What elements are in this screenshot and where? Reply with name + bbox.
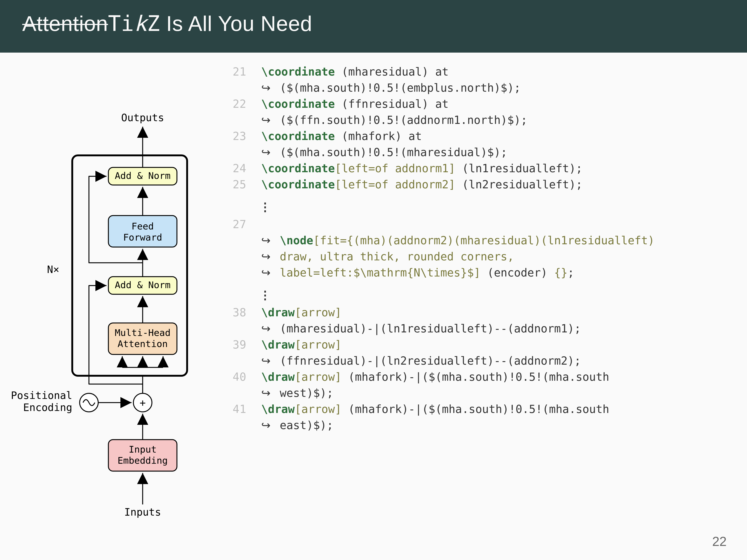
code-line-41c: ↪ east)$); <box>222 417 736 433</box>
ffn-label-line1: Feed <box>132 221 154 232</box>
slide: AttentionTikZ Is All You Need N× Add & N… <box>0 0 747 560</box>
slide-title: AttentionTikZ Is All You Need <box>22 11 725 36</box>
title-strike: Attention <box>22 12 108 35</box>
tikz-logo-post: Z <box>147 11 160 36</box>
code-line-24: 24\coordinate[left=of addnorm1] (ln1resi… <box>222 160 736 177</box>
code-line-40: 40\draw[arrow] (mhafork)-|($(mha.south)!… <box>222 369 736 385</box>
addnorm2-label: Add & Norm <box>115 170 171 181</box>
architecture-diagram: N× Add & Norm Feed Forward Add & Norm Mu… <box>11 64 215 530</box>
code-line-25: 25\coordinate[left=of addnorm2] (ln2resi… <box>222 177 736 193</box>
code-line-21: 21\coordinate (mharesidual) at <box>222 64 736 80</box>
tikz-logo-pre: Ti <box>108 11 134 36</box>
page-number: 22 <box>712 534 727 549</box>
code-line-22c: ↪ ($(ffn.south)!0.5!(addnorm1.north)$); <box>222 112 736 128</box>
ellipsis-icon: ... <box>222 286 736 298</box>
code-line-41: 41\draw[arrow] (mhafork)-|($(mha.south)!… <box>222 401 736 417</box>
code-line-40c: ↪ west)$); <box>222 385 736 401</box>
tikz-logo-k: k <box>134 11 147 36</box>
code-line-38c: ↪ (mharesidual)-|(ln1residualleft)--(add… <box>222 321 736 337</box>
addnorm1-label: Add & Norm <box>115 279 171 290</box>
code-line-39c: ↪ (ffnresidual)-|(ln2residualleft)--(add… <box>222 353 736 369</box>
outputs-label: Outputs <box>121 112 164 124</box>
code-line-22: 22\coordinate (ffnresidual) at <box>222 96 736 112</box>
posenc-label-line2: Encoding <box>23 401 72 413</box>
posenc-label-line1: Positional <box>11 390 72 401</box>
code-line-39: 39\draw[arrow] <box>222 337 736 353</box>
code-line-23: 23\coordinate (mhafork) at <box>222 128 736 144</box>
plus-label: + <box>139 397 146 409</box>
inputemb-label-line1: Input <box>129 444 157 455</box>
mha-label-line1: Multi-Head <box>115 327 171 338</box>
nx-label: N× <box>47 264 59 275</box>
title-bar: AttentionTikZ Is All You Need <box>0 0 747 53</box>
title-rest: Is All You Need <box>160 12 312 35</box>
code-line-23c: ↪ ($(mha.south)!0.5!(mharesidual)$); <box>222 144 736 160</box>
inputemb-label-line2: Embedding <box>118 455 168 466</box>
code-line-38: 38\draw[arrow] <box>222 304 736 321</box>
code-line-21c: ↪ ($(mha.south)!0.5!(embplus.north)$); <box>222 80 736 96</box>
ffn-label-line2: Forward <box>123 232 162 243</box>
code-line-27b: ↪ \node[fit={(mha)(addnorm2)(mharesidual… <box>222 233 736 248</box>
content: N× Add & Norm Feed Forward Add & Norm Mu… <box>0 53 747 530</box>
inputs-label: Inputs <box>124 506 161 518</box>
mha-label-line2: Attention <box>118 339 168 349</box>
code-line-27c: ↪ draw, ultra thick, rounded corners, <box>222 248 736 265</box>
code-line-27: 27 <box>222 216 736 233</box>
code-listing: 21\coordinate (mharesidual) at ↪ ($(mha.… <box>222 64 736 530</box>
code-line-27d: ↪ label=left:$\mathrm{N\times}$] (encode… <box>222 265 736 281</box>
ellipsis-icon: ... <box>222 198 736 210</box>
